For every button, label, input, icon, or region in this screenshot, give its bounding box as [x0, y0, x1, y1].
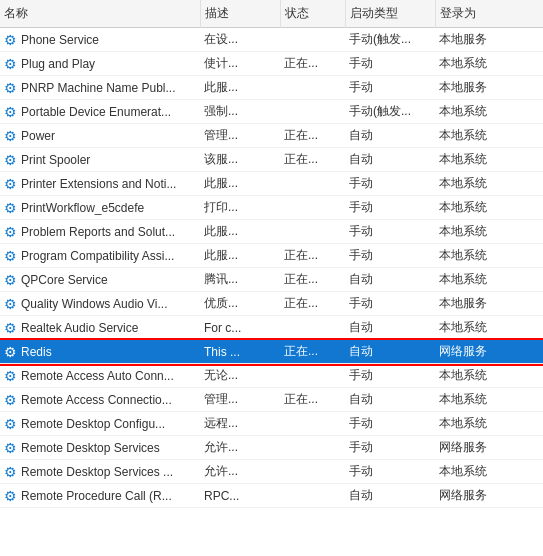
table-row[interactable]: ⚙Remote Desktop Services ...允许...手动本地系统 — [0, 460, 543, 484]
service-name-cell: ⚙Portable Device Enumerat... — [0, 100, 200, 124]
service-name-cell: ⚙Remote Desktop Services ... — [0, 460, 200, 484]
gear-icon: ⚙ — [4, 344, 17, 360]
service-status: 正在... — [280, 340, 345, 364]
service-name-label: Remote Desktop Services ... — [21, 465, 173, 479]
service-name-label: Remote Desktop Services — [21, 441, 160, 455]
service-desc: This ... — [200, 340, 280, 364]
service-startup: 手动 — [345, 364, 435, 388]
service-startup: 自动 — [345, 340, 435, 364]
gear-icon: ⚙ — [4, 368, 17, 384]
table-row[interactable]: ⚙Problem Reports and Solut...此服...手动本地系统 — [0, 220, 543, 244]
table-row[interactable]: ⚙Portable Device Enumerat...强制...手动(触发..… — [0, 100, 543, 124]
gear-icon: ⚙ — [4, 416, 17, 432]
column-header-startup[interactable]: 启动类型 — [345, 0, 435, 28]
service-startup: 手动(触发... — [345, 100, 435, 124]
table-row[interactable]: ⚙Power管理...正在...自动本地系统 — [0, 124, 543, 148]
table-row[interactable]: ⚙RedisThis ...正在...自动网络服务 — [0, 340, 543, 364]
service-startup: 自动 — [345, 124, 435, 148]
table-row[interactable]: ⚙Remote Desktop Services允许...手动网络服务 — [0, 436, 543, 460]
service-name-cell: ⚙Print Spooler — [0, 148, 200, 172]
service-status — [280, 484, 345, 508]
column-header-name[interactable]: 名称 — [0, 0, 200, 28]
service-status — [280, 460, 345, 484]
service-desc: 此服... — [200, 172, 280, 196]
column-header-status[interactable]: 状态 — [280, 0, 345, 28]
table-row[interactable]: ⚙Remote Access Connectio...管理...正在...自动本… — [0, 388, 543, 412]
service-status: 正在... — [280, 124, 345, 148]
gear-icon: ⚙ — [4, 152, 17, 168]
service-status — [280, 28, 345, 52]
table-row[interactable]: ⚙Remote Access Auto Conn...无论...手动本地系统 — [0, 364, 543, 388]
service-name-cell: ⚙Realtek Audio Service — [0, 316, 200, 340]
service-name-cell: ⚙Problem Reports and Solut... — [0, 220, 200, 244]
gear-icon: ⚙ — [4, 296, 17, 312]
service-name-cell: ⚙QPCore Service — [0, 268, 200, 292]
service-desc: 该服... — [200, 148, 280, 172]
service-name-label: Power — [21, 129, 55, 143]
service-login: 本地系统 — [435, 172, 543, 196]
service-desc: 腾讯... — [200, 268, 280, 292]
service-name-label: Remote Desktop Configu... — [21, 417, 165, 431]
service-desc: 使计... — [200, 52, 280, 76]
service-startup: 手动 — [345, 52, 435, 76]
service-login: 本地系统 — [435, 52, 543, 76]
service-name-cell: ⚙Remote Desktop Configu... — [0, 412, 200, 436]
table-row[interactable]: ⚙Plug and Play使计...正在...手动本地系统 — [0, 52, 543, 76]
table-row[interactable]: ⚙Realtek Audio ServiceFor c...自动本地系统 — [0, 316, 543, 340]
service-startup: 手动 — [345, 292, 435, 316]
service-startup: 手动 — [345, 172, 435, 196]
service-desc: 打印... — [200, 196, 280, 220]
service-desc: 允许... — [200, 436, 280, 460]
service-name-label: Phone Service — [21, 33, 99, 47]
service-desc: 此服... — [200, 220, 280, 244]
table-row[interactable]: ⚙Phone Service在设...手动(触发...本地服务 — [0, 28, 543, 52]
service-login: 网络服务 — [435, 484, 543, 508]
service-desc: 远程... — [200, 412, 280, 436]
service-login: 本地服务 — [435, 76, 543, 100]
table-row[interactable]: ⚙Remote Desktop Configu...远程...手动本地系统 — [0, 412, 543, 436]
table-row[interactable]: ⚙Program Compatibility Assi...此服...正在...… — [0, 244, 543, 268]
service-login: 本地系统 — [435, 196, 543, 220]
table-row[interactable]: ⚙Printer Extensions and Noti...此服...手动本地… — [0, 172, 543, 196]
gear-icon: ⚙ — [4, 392, 17, 408]
gear-icon: ⚙ — [4, 80, 17, 96]
service-startup: 手动 — [345, 244, 435, 268]
gear-icon: ⚙ — [4, 440, 17, 456]
service-login: 本地系统 — [435, 364, 543, 388]
service-name-label: Realtek Audio Service — [21, 321, 138, 335]
service-desc: 无论... — [200, 364, 280, 388]
gear-icon: ⚙ — [4, 56, 17, 72]
service-desc: For c... — [200, 316, 280, 340]
table-row[interactable]: ⚙Quality Windows Audio Vi...优质...正在...手动… — [0, 292, 543, 316]
service-name-cell: ⚙Redis — [0, 340, 200, 364]
service-status — [280, 100, 345, 124]
service-desc: 优质... — [200, 292, 280, 316]
column-header-login[interactable]: 登录为 — [435, 0, 543, 28]
service-desc: 管理... — [200, 124, 280, 148]
service-login: 本地服务 — [435, 28, 543, 52]
service-status — [280, 220, 345, 244]
service-login: 本地系统 — [435, 460, 543, 484]
column-header-desc[interactable]: 描述 — [200, 0, 280, 28]
table-row[interactable]: ⚙PNRP Machine Name Publ...此服...手动本地服务 — [0, 76, 543, 100]
service-login: 本地系统 — [435, 148, 543, 172]
service-login: 本地服务 — [435, 292, 543, 316]
service-login: 本地系统 — [435, 316, 543, 340]
table-row[interactable]: ⚙PrintWorkflow_e5cdefe打印...手动本地系统 — [0, 196, 543, 220]
table-row[interactable]: ⚙Print Spooler该服...正在...自动本地系统 — [0, 148, 543, 172]
service-startup: 手动 — [345, 436, 435, 460]
service-desc: 此服... — [200, 76, 280, 100]
service-startup: 手动 — [345, 196, 435, 220]
service-startup: 自动 — [345, 484, 435, 508]
service-startup: 自动 — [345, 388, 435, 412]
service-login: 本地系统 — [435, 100, 543, 124]
service-name-label: Remote Access Connectio... — [21, 393, 172, 407]
service-name-label: Portable Device Enumerat... — [21, 105, 171, 119]
service-name-cell: ⚙Remote Desktop Services — [0, 436, 200, 460]
service-name-label: Printer Extensions and Noti... — [21, 177, 176, 191]
table-row[interactable]: ⚙Remote Procedure Call (R...RPC...自动网络服务 — [0, 484, 543, 508]
service-login: 本地系统 — [435, 388, 543, 412]
service-status — [280, 76, 345, 100]
table-row[interactable]: ⚙QPCore Service腾讯...正在...自动本地系统 — [0, 268, 543, 292]
gear-icon: ⚙ — [4, 272, 17, 288]
